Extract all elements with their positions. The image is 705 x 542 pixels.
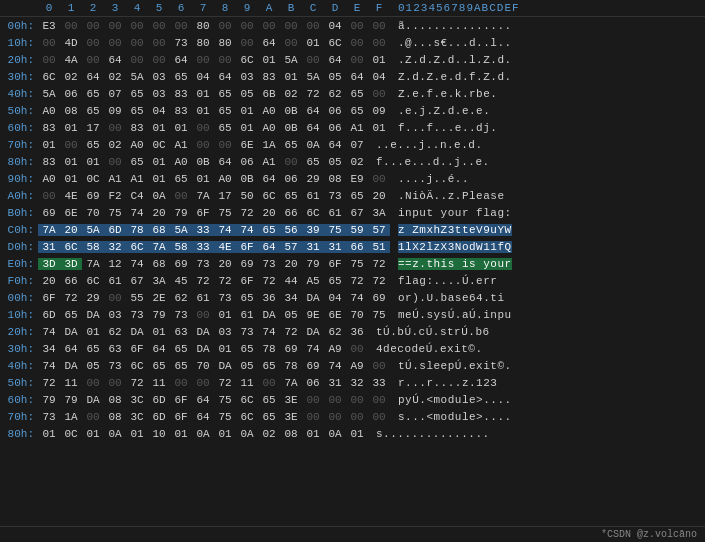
hex-byte[interactable]: 73 [38,411,60,423]
hex-byte[interactable]: 74 [324,360,346,372]
hex-byte[interactable]: A0 [126,139,148,151]
hex-byte[interactable]: 65 [258,224,280,236]
hex-byte[interactable]: 72 [368,258,390,270]
hex-byte[interactable]: 01 [192,173,214,185]
hex-byte[interactable]: 01 [82,428,104,440]
hex-byte[interactable]: 01 [368,54,390,66]
hex-byte[interactable]: 64 [346,71,368,83]
hex-byte[interactable]: 67 [126,275,148,287]
hex-byte[interactable]: 00 [82,37,104,49]
hex-byte[interactable]: 65 [280,190,302,202]
hex-byte[interactable]: 0B [236,173,258,185]
hex-byte[interactable]: 1A [258,139,280,151]
hex-byte[interactable]: 02 [60,71,82,83]
hex-byte[interactable]: 01 [368,122,390,134]
hex-byte[interactable]: 00 [104,122,126,134]
hex-byte[interactable]: A0 [258,105,280,117]
hex-byte[interactable]: 00 [346,37,368,49]
hex-byte[interactable]: 02 [346,156,368,168]
hex-byte[interactable]: 64 [170,54,192,66]
hex-byte[interactable]: 65 [280,139,302,151]
hex-byte[interactable]: 00 [126,37,148,49]
hex-byte[interactable]: 00 [82,411,104,423]
hex-byte[interactable]: 6C [126,241,148,253]
hex-byte[interactable]: 72 [214,275,236,287]
hex-byte[interactable]: 00 [368,37,390,49]
hex-byte[interactable]: 6C [126,360,148,372]
hex-byte[interactable]: 58 [170,241,192,253]
hex-byte[interactable]: 80 [192,37,214,49]
hex-byte[interactable]: 00 [60,20,82,32]
hex-byte[interactable]: 73 [214,292,236,304]
hex-byte[interactable]: 33 [192,241,214,253]
hex-byte[interactable]: 00 [170,377,192,389]
hex-byte[interactable]: 00 [346,54,368,66]
hex-byte[interactable]: A0 [38,105,60,117]
hex-byte[interactable]: 1A [60,411,82,423]
hex-byte[interactable]: 65 [126,88,148,100]
hex-byte[interactable]: 59 [346,224,368,236]
hex-byte[interactable]: C4 [126,190,148,202]
hex-byte[interactable]: 79 [38,394,60,406]
hex-byte[interactable]: 69 [280,343,302,355]
hex-byte[interactable]: 79 [60,394,82,406]
hex-byte[interactable]: 01 [148,173,170,185]
hex-byte[interactable]: 6F [126,343,148,355]
hex-byte[interactable]: 0A [104,428,126,440]
hex-byte[interactable]: 64 [104,54,126,66]
hex-byte[interactable]: 68 [148,224,170,236]
hex-byte[interactable]: 5A [302,71,324,83]
hex-byte[interactable]: 01 [82,156,104,168]
hex-byte[interactable]: 51 [368,241,390,253]
hex-byte[interactable]: 00 [280,20,302,32]
hex-byte[interactable]: 58 [82,241,104,253]
hex-byte[interactable]: 08 [324,173,346,185]
hex-byte[interactable]: 03 [104,309,126,321]
hex-byte[interactable]: 75 [214,207,236,219]
hex-byte[interactable]: 64 [214,156,236,168]
hex-byte[interactable]: 06 [60,88,82,100]
hex-byte[interactable]: 44 [280,275,302,287]
hex-byte[interactable]: 00 [236,37,258,49]
hex-byte[interactable]: 6C [236,394,258,406]
hex-byte[interactable]: 06 [324,122,346,134]
hex-byte[interactable]: 72 [368,275,390,287]
hex-byte[interactable]: 11 [148,377,170,389]
hex-byte[interactable]: DA [258,309,280,321]
hex-byte[interactable]: 78 [280,360,302,372]
hex-byte[interactable]: 62 [324,326,346,338]
hex-byte[interactable]: 36 [346,326,368,338]
hex-byte[interactable]: 0A [302,139,324,151]
hex-byte[interactable]: 72 [192,275,214,287]
hex-byte[interactable]: 01 [236,122,258,134]
hex-byte[interactable]: 00 [104,156,126,168]
hex-byte[interactable]: 64 [302,122,324,134]
hex-byte[interactable]: 64 [258,241,280,253]
hex-byte[interactable]: 83 [170,88,192,100]
hex-byte[interactable]: 75 [214,394,236,406]
hex-byte[interactable]: 11 [236,377,258,389]
hex-byte[interactable]: DA [192,326,214,338]
hex-byte[interactable]: 6C [236,54,258,66]
hex-byte[interactable]: 00 [60,139,82,151]
hex-byte[interactable]: 09 [104,105,126,117]
hex-byte[interactable]: 6C [236,411,258,423]
hex-byte[interactable]: A0 [38,173,60,185]
hex-byte[interactable]: 75 [324,224,346,236]
hex-byte[interactable]: 6C [38,71,60,83]
hex-byte[interactable]: 73 [236,326,258,338]
hex-byte[interactable]: 65 [258,360,280,372]
hex-byte[interactable]: 00 [214,54,236,66]
hex-byte[interactable]: 01 [38,139,60,151]
hex-byte[interactable]: 00 [302,411,324,423]
hex-byte[interactable]: 05 [82,360,104,372]
hex-byte[interactable]: 00 [148,37,170,49]
hex-byte[interactable]: 03 [214,326,236,338]
hex-byte[interactable]: 2E [148,292,170,304]
hex-byte[interactable]: DA [192,343,214,355]
hex-byte[interactable]: 61 [236,309,258,321]
hex-byte[interactable]: 73 [258,258,280,270]
hex-byte[interactable]: 05 [236,360,258,372]
hex-byte[interactable]: 69 [236,258,258,270]
hex-byte[interactable]: 73 [324,190,346,202]
